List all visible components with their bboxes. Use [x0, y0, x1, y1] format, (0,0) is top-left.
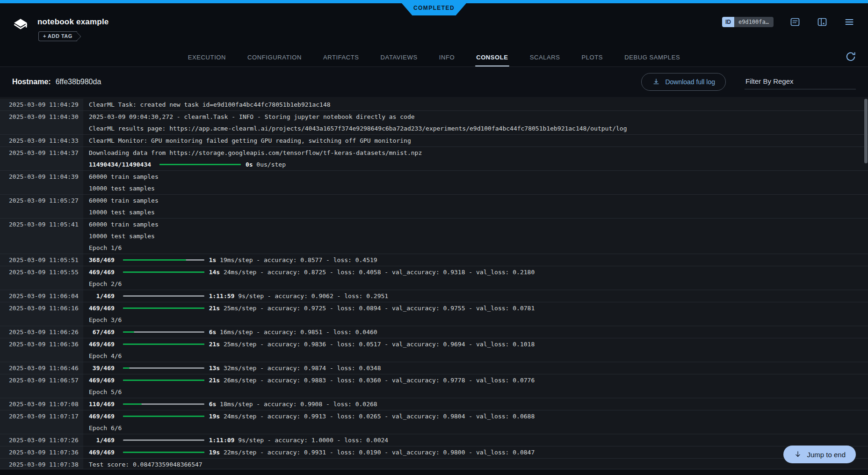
log-timestamp: 2025-03-09 11:06:57 — [0, 374, 83, 398]
download-full-log-button[interactable]: Download full log — [641, 73, 726, 91]
details-panel-icon[interactable] — [817, 16, 828, 28]
log-line: 469/469 19s 24ms/step - accuracy: 0.9913… — [89, 410, 868, 422]
download-icon — [652, 78, 660, 86]
console-toolbar: Hostname: 6ffe38b980da Download full log — [0, 67, 868, 97]
progress-bar — [123, 259, 204, 261]
hostname-label: Hostname: — [12, 78, 51, 86]
log-line: 469/469 21s 25ms/step - accuracy: 0.9725… — [89, 302, 868, 314]
log-timestamp: 2025-03-09 11:06:46 — [0, 362, 83, 374]
log-entry-row: 2025-03-09 11:04:33ClearML Monitor: GPU … — [0, 134, 868, 146]
log-timestamp: 2025-03-09 11:04:30 — [0, 111, 83, 134]
log-line: Test score: 0.08473359048366547 — [89, 459, 868, 469]
log-line: Downloading data from https://storage.go… — [89, 147, 868, 159]
tab-bar: EXECUTIONCONFIGURATIONARTIFACTSDATAVIEWS… — [0, 47, 868, 67]
log-timestamp: 2025-03-09 11:07:08 — [0, 398, 83, 410]
progress-bar — [123, 452, 204, 453]
log-line: 2025-03-09 09:04:30,272 - clearml.Task -… — [89, 111, 868, 123]
tab-dataviews[interactable]: DATAVIEWS — [380, 54, 419, 66]
log-entry-row: 2025-03-09 11:04:302025-03-09 09:04:30,2… — [0, 110, 868, 134]
log-entry-row: 2025-03-09 11:06:46 39/469 13s 32ms/step… — [0, 362, 868, 374]
log-timestamp: 2025-03-09 11:06:16 — [0, 302, 83, 326]
log-line: 1/469 1:11:59 9s/step - accuracy: 0.9062… — [89, 290, 868, 302]
log-line: ClearML results page: https://app.acme-c… — [89, 123, 868, 134]
log-line: ClearML Task: created new task id=e9d100… — [89, 99, 868, 110]
log-entry-row: 2025-03-09 11:07:08110/469 6s 18ms/step … — [0, 398, 868, 410]
tab-info[interactable]: INFO — [438, 54, 456, 66]
log-line: 10000 test samples — [89, 230, 868, 242]
log-line: 67/469 6s 16ms/step - accuracy: 0.9851 -… — [89, 326, 868, 338]
menu-icon[interactable] — [844, 16, 855, 28]
log-timestamp: 2025-03-09 11:07:36 — [0, 446, 83, 458]
filter-regex-input[interactable] — [745, 74, 856, 89]
progress-bar — [123, 307, 204, 309]
log-timestamp: 2025-03-09 11:07:17 — [0, 410, 83, 434]
progress-bar — [123, 439, 204, 441]
log-line: 10000 test samples — [89, 183, 868, 194]
progress-bar — [123, 380, 204, 381]
log-timestamp: 2025-03-09 11:07:38 — [0, 459, 83, 469]
log-timestamp: 2025-03-09 11:04:33 — [0, 135, 83, 146]
log-line: 469/469 21s 25ms/step - accuracy: 0.9836… — [89, 338, 868, 350]
progress-bar — [123, 343, 204, 345]
task-log-icon[interactable] — [789, 16, 801, 28]
log-entry-row: 2025-03-09 11:05:4160000 train samples10… — [0, 218, 868, 254]
progress-bar — [159, 164, 241, 165]
log-entry-row: 2025-03-09 11:06:57469/469 21s 26ms/step… — [0, 374, 868, 398]
progress-bar — [123, 367, 204, 369]
tab-execution[interactable]: EXECUTION — [187, 54, 227, 66]
jump-to-end-button[interactable]: Jump to end — [783, 446, 856, 463]
log-line: Epoch 2/6 — [89, 278, 868, 290]
log-line: 110/469 6s 18ms/step - accuracy: 0.9908 … — [89, 398, 868, 410]
add-tag-label: + ADD TAG — [43, 33, 72, 39]
tab-configuration[interactable]: CONFIGURATION — [246, 54, 303, 66]
tab-console[interactable]: CONSOLE — [475, 54, 509, 66]
log-line: 10000 test samples — [89, 206, 868, 218]
log-line: Epoch 5/6 — [89, 386, 868, 398]
experiment-logo-icon — [12, 18, 29, 33]
log-entry-row: 2025-03-09 11:07:17469/469 19s 24ms/step… — [0, 410, 868, 434]
log-entry-row: 2025-03-09 11:05:2760000 train samples10… — [0, 194, 868, 218]
progress-bar — [123, 271, 204, 273]
log-timestamp: 2025-03-09 11:07:26 — [0, 434, 83, 446]
tab-scalars[interactable]: SCALARS — [529, 54, 561, 66]
log-line: Epoch 1/6 — [89, 242, 868, 254]
download-full-log-label: Download full log — [665, 78, 715, 86]
log-timestamp: 2025-03-09 11:06:26 — [0, 326, 83, 338]
progress-bar — [123, 403, 204, 405]
add-tag-button[interactable]: + ADD TAG — [38, 31, 77, 41]
log-timestamp: 2025-03-09 11:05:55 — [0, 266, 83, 290]
log-timestamp: 2025-03-09 11:05:27 — [0, 195, 83, 218]
log-line: Epoch 3/6 — [89, 314, 868, 326]
page-title: notebook example — [37, 17, 108, 27]
tab-plots[interactable]: PLOTS — [581, 54, 604, 66]
tab-artifacts[interactable]: ARTIFACTS — [322, 54, 360, 66]
log-line: 60000 train samples — [89, 195, 868, 206]
progress-bar — [123, 331, 204, 333]
tab-debug-samples[interactable]: DEBUG SAMPLES — [623, 54, 681, 66]
log-entry-row: 2025-03-09 11:07:36469/469 19s 22ms/step… — [0, 446, 868, 458]
log-entry-row: 2025-03-09 11:07:38Test score: 0.0847335… — [0, 458, 868, 469]
log-line: 60000 train samples — [89, 171, 868, 183]
jump-to-end-label: Jump to end — [807, 451, 846, 459]
log-entry-row: 2025-03-09 11:06:36469/469 21s 25ms/step… — [0, 338, 868, 362]
log-line: ClearML Monitor: GPU monitoring failed g… — [89, 135, 868, 146]
progress-bar — [123, 416, 204, 417]
log-entries: 2025-03-09 11:04:29ClearML Task: created… — [0, 97, 868, 469]
log-entry-row: 2025-03-09 11:04:3960000 train samples10… — [0, 170, 868, 194]
refresh-icon[interactable] — [845, 51, 857, 63]
clearml-task-page: COMPLETED notebook example + ADD TAG ID … — [0, 0, 868, 475]
log-timestamp: 2025-03-09 11:06:04 — [0, 290, 83, 302]
arrow-down-icon — [794, 450, 802, 459]
scrollbar-thumb[interactable] — [864, 99, 868, 163]
task-id-badge[interactable]: ID e9d100fa… — [722, 17, 774, 27]
log-line: 11490434/11490434 0s 0us/step — [89, 159, 868, 170]
log-line: 469/469 19s 22ms/step - accuracy: 0.9931… — [89, 446, 868, 458]
log-entry-row: 2025-03-09 11:06:04 1/469 1:11:59 9s/ste… — [0, 290, 868, 302]
log-line: 368/469 1s 19ms/step - accuracy: 0.8577 … — [89, 254, 868, 266]
log-timestamp: 2025-03-09 11:04:39 — [0, 171, 83, 194]
log-line: Epoch 6/6 — [89, 422, 868, 434]
log-entry-row: 2025-03-09 11:04:37Downloading data from… — [0, 146, 868, 170]
log-line: 469/469 14s 24ms/step - accuracy: 0.8725… — [89, 266, 868, 278]
id-value: e9d100fa… — [734, 17, 774, 27]
status-bar: COMPLETED — [0, 0, 868, 3]
